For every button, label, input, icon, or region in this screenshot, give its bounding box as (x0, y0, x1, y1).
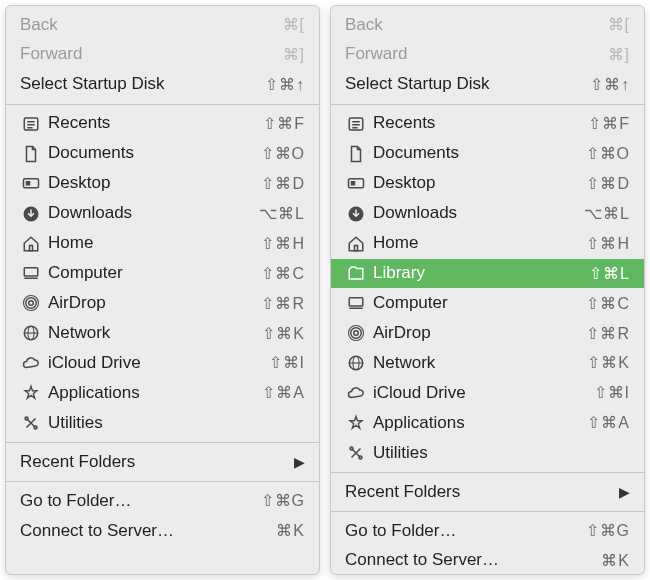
menu-item-label: Utilities (373, 442, 630, 465)
menu-item-label: Desktop (48, 172, 261, 195)
menu-separator (331, 511, 644, 512)
menu-separator (331, 472, 644, 473)
menu-item-label: Desktop (373, 172, 586, 195)
menu-item-label: Go to Folder… (345, 520, 586, 543)
menu-item-shortcut: ⌘[ (608, 14, 630, 36)
menu-item-network[interactable]: Network⇧⌘K (331, 348, 644, 378)
menu-item-shortcut: ⇧⌘G (586, 520, 630, 542)
downloads-icon (20, 205, 42, 223)
menu-item-recent-folders[interactable]: Recent Folders▶ (6, 447, 319, 477)
home-icon (20, 235, 42, 253)
icloud-icon (345, 384, 367, 402)
utilities-icon (20, 414, 42, 432)
menu-item-shortcut: ⇧⌘A (587, 412, 630, 434)
menu-item-applications[interactable]: Applications⇧⌘A (331, 408, 644, 438)
menu-item-shortcut: ⌘] (608, 44, 630, 66)
menu-item-shortcut: ⇧⌘C (261, 263, 305, 285)
menu-item-back: Back⌘[ (6, 10, 319, 40)
menu-item-library[interactable]: Library⇧⌘L (331, 259, 644, 289)
menu-item-label: Downloads (373, 202, 584, 225)
menu-item-airdrop[interactable]: AirDrop⇧⌘R (6, 288, 319, 318)
documents-icon (20, 145, 42, 163)
menu-item-shortcut: ⇧⌘F (263, 113, 305, 135)
menu-item-recents[interactable]: Recents⇧⌘F (6, 109, 319, 139)
menu-item-documents[interactable]: Documents⇧⌘O (331, 139, 644, 169)
go-menu-left: Back⌘[Forward⌘]Select Startup Disk⇧⌘↑Rec… (5, 5, 320, 575)
menu-item-desktop[interactable]: Desktop⇧⌘D (331, 169, 644, 199)
menu-item-back: Back⌘[ (331, 10, 644, 40)
menu-item-connect[interactable]: Connect to Server…⌘K (331, 546, 644, 576)
menu-item-shortcut: ⇧⌘G (261, 490, 305, 512)
menu-item-shortcut: ⇧⌘I (269, 352, 305, 374)
menu-item-label: Recents (373, 112, 588, 135)
menu-item-label: AirDrop (373, 322, 586, 345)
menu-item-utilities[interactable]: Utilities (6, 408, 319, 438)
home-icon (345, 235, 367, 253)
menu-item-label: Computer (48, 262, 261, 285)
menu-item-shortcut: ⇧⌘O (586, 143, 630, 165)
applications-icon (20, 384, 42, 402)
menu-item-label: Applications (373, 412, 587, 435)
menu-item-airdrop[interactable]: AirDrop⇧⌘R (331, 318, 644, 348)
menu-item-computer[interactable]: Computer⇧⌘C (331, 288, 644, 318)
menu-item-label: Recent Folders (20, 451, 294, 474)
applications-icon (345, 414, 367, 432)
menu-item-network[interactable]: Network⇧⌘K (6, 318, 319, 348)
menu-item-shortcut: ⇧⌘R (261, 293, 305, 315)
menu-separator (6, 104, 319, 105)
desktop-icon (345, 175, 367, 193)
menu-item-select-startup[interactable]: Select Startup Disk⇧⌘↑ (331, 70, 644, 100)
menu-separator (6, 481, 319, 482)
downloads-icon (345, 205, 367, 223)
menu-item-shortcut: ⇧⌘H (586, 233, 630, 255)
menu-item-label: Connect to Server… (345, 549, 601, 572)
menu-item-shortcut: ⌥⌘L (584, 203, 630, 225)
menu-item-applications[interactable]: Applications⇧⌘A (6, 378, 319, 408)
desktop-icon (20, 175, 42, 193)
menu-item-goto[interactable]: Go to Folder…⇧⌘G (331, 516, 644, 546)
menu-separator (6, 442, 319, 443)
go-menu-right: Back⌘[Forward⌘]Select Startup Disk⇧⌘↑Rec… (330, 5, 645, 575)
submenu-arrow-icon: ▶ (294, 453, 305, 472)
menu-item-label: Connect to Server… (20, 520, 276, 543)
menu-item-forward: Forward⌘] (331, 40, 644, 70)
menu-item-forward: Forward⌘] (6, 40, 319, 70)
library-icon (345, 264, 367, 282)
menu-item-recents[interactable]: Recents⇧⌘F (331, 109, 644, 139)
menu-item-label: Library (373, 262, 589, 285)
icloud-icon (20, 354, 42, 372)
menu-item-downloads[interactable]: Downloads⌥⌘L (6, 199, 319, 229)
menu-item-desktop[interactable]: Desktop⇧⌘D (6, 169, 319, 199)
menu-item-computer[interactable]: Computer⇧⌘C (6, 259, 319, 289)
menu-item-select-startup[interactable]: Select Startup Disk⇧⌘↑ (6, 70, 319, 100)
menu-item-home[interactable]: Home⇧⌘H (6, 229, 319, 259)
menu-item-icloud[interactable]: iCloud Drive⇧⌘I (6, 348, 319, 378)
menu-item-utilities[interactable]: Utilities (331, 438, 644, 468)
menu-item-goto[interactable]: Go to Folder…⇧⌘G (6, 486, 319, 516)
menu-item-home[interactable]: Home⇧⌘H (331, 229, 644, 259)
menu-item-shortcut: ⇧⌘D (586, 173, 630, 195)
recents-icon (20, 115, 42, 133)
menu-item-shortcut: ⇧⌘C (586, 293, 630, 315)
menu-item-shortcut: ⌘K (276, 520, 305, 542)
menu-item-label: Utilities (48, 412, 305, 435)
computer-icon (345, 294, 367, 312)
airdrop-icon (20, 294, 42, 312)
menu-item-downloads[interactable]: Downloads⌥⌘L (331, 199, 644, 229)
utilities-icon (345, 444, 367, 462)
network-icon (20, 324, 42, 342)
menu-item-label: Recent Folders (345, 481, 619, 504)
menu-item-shortcut: ⌘K (601, 550, 630, 572)
menu-item-label: iCloud Drive (373, 382, 594, 405)
menu-item-shortcut: ⇧⌘R (586, 323, 630, 345)
menu-item-icloud[interactable]: iCloud Drive⇧⌘I (331, 378, 644, 408)
menu-item-connect[interactable]: Connect to Server…⌘K (6, 516, 319, 546)
menu-item-shortcut: ⇧⌘K (587, 352, 630, 374)
menu-item-recent-folders[interactable]: Recent Folders▶ (331, 477, 644, 507)
menu-item-shortcut: ⇧⌘K (262, 323, 305, 345)
menu-item-shortcut: ⇧⌘L (589, 263, 630, 285)
menu-item-shortcut: ⇧⌘↑ (265, 74, 305, 96)
menu-item-label: Recents (48, 112, 263, 135)
menu-item-label: Documents (373, 142, 586, 165)
menu-item-documents[interactable]: Documents⇧⌘O (6, 139, 319, 169)
